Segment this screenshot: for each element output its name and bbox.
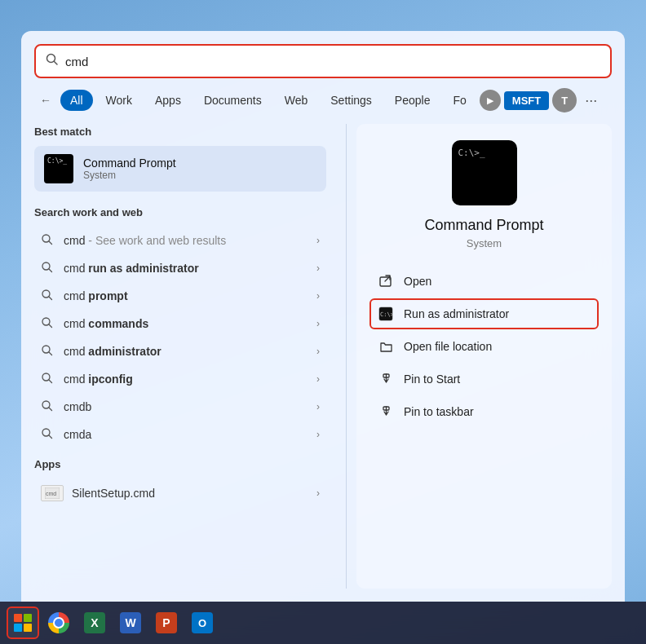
chevron-icon: › xyxy=(316,487,320,499)
chevron-icon: › xyxy=(316,318,320,329)
taskbar-chrome-icon[interactable] xyxy=(42,607,75,639)
start-button[interactable] xyxy=(7,607,39,639)
search-value: cmd xyxy=(65,55,600,68)
list-item[interactable]: cmd ipconfig › xyxy=(34,365,326,393)
chevron-icon: › xyxy=(316,346,320,357)
main-content: Best match C:\>_ Command Prompt System S… xyxy=(34,124,612,589)
apps-item-name: SilentSetup.cmd xyxy=(72,487,308,500)
search-list-icon xyxy=(41,316,55,331)
best-match-name: Command Prompt xyxy=(83,157,176,170)
chevron-icon: › xyxy=(316,429,320,440)
tab-all[interactable]: All xyxy=(60,90,93,111)
apps-item[interactable]: cmd SilentSetup.cmd › xyxy=(34,479,326,508)
excel-app-icon: X xyxy=(84,612,105,633)
action-pin-to-start-label: Pin to Start xyxy=(404,373,460,386)
right-app-name: Command Prompt xyxy=(369,217,599,234)
tab-user-t[interactable]: T xyxy=(552,88,577,112)
right-app-icon: C:\>_ xyxy=(452,140,517,205)
powerpoint-app-icon: P xyxy=(156,612,177,633)
search-list-icon xyxy=(41,344,55,359)
search-list-icon xyxy=(41,427,55,442)
taskbar-outlook-icon[interactable]: O xyxy=(186,607,219,639)
best-match-item[interactable]: C:\>_ Command Prompt System xyxy=(34,146,326,192)
taskbar-excel-icon[interactable]: X xyxy=(78,607,111,639)
search-list-icon xyxy=(41,233,55,248)
tab-web[interactable]: Web xyxy=(275,90,318,111)
list-text: cmd xyxy=(64,234,85,247)
list-item[interactable]: cmd administrator › xyxy=(34,337,326,365)
svg-text:C:\>_: C:\>_ xyxy=(380,311,393,318)
action-open-label: Open xyxy=(404,275,431,288)
chevron-icon: › xyxy=(316,235,320,246)
pin-to-taskbar-icon xyxy=(378,404,394,420)
list-text: cmda xyxy=(64,428,308,441)
action-pin-to-taskbar-label: Pin to taskbar xyxy=(404,405,474,418)
list-text-suffix: - See work and web results xyxy=(85,234,226,247)
list-bold-text: administrator xyxy=(88,345,161,358)
action-pin-to-taskbar[interactable]: Pin to taskbar xyxy=(369,396,599,427)
search-list-icon xyxy=(41,261,55,276)
best-match-type: System xyxy=(83,170,176,181)
chevron-icon: › xyxy=(316,262,320,274)
open-file-location-icon xyxy=(378,338,394,355)
chevron-icon: › xyxy=(316,290,320,302)
search-work-web-label: Search work and web xyxy=(34,205,326,220)
tab-documents[interactable]: Documents xyxy=(194,90,272,111)
left-panel: Best match C:\>_ Command Prompt System S… xyxy=(34,124,336,589)
taskbar-word-icon[interactable]: W xyxy=(114,607,147,639)
list-item[interactable]: cmda › xyxy=(34,421,326,448)
action-open-file-location[interactable]: Open file location xyxy=(369,331,599,362)
action-pin-to-start[interactable]: Pin to Start xyxy=(369,364,599,395)
svg-text:cmd: cmd xyxy=(46,491,56,496)
search-box[interactable]: cmd xyxy=(34,44,612,78)
action-list: Open C:\>_ Run as administrator Open fil… xyxy=(369,266,599,427)
more-tabs-button[interactable]: ▶ xyxy=(480,90,501,111)
svg-line-5 xyxy=(49,269,52,272)
tab-work[interactable]: Work xyxy=(96,90,142,111)
action-run-as-admin[interactable]: C:\>_ Run as administrator xyxy=(369,298,599,329)
tab-apps[interactable]: Apps xyxy=(145,90,191,111)
list-bold-text: commands xyxy=(88,317,148,330)
pin-to-start-icon xyxy=(378,371,394,387)
tab-overflow-menu[interactable]: ··· xyxy=(580,92,602,109)
search-panel: cmd ← All Work Apps Documents Web Settin… xyxy=(21,31,625,602)
search-icon xyxy=(46,53,59,69)
word-app-icon: W xyxy=(120,612,141,633)
search-list-icon xyxy=(41,372,55,386)
panel-divider xyxy=(346,124,347,589)
tab-settings[interactable]: Settings xyxy=(321,90,382,111)
list-bold-text: ipconfig xyxy=(88,373,132,386)
back-button[interactable]: ← xyxy=(34,89,57,112)
svg-line-15 xyxy=(49,408,52,411)
tab-msft[interactable]: MSFT xyxy=(504,91,549,110)
list-item[interactable]: cmd commands › xyxy=(34,310,326,337)
taskbar-powerpoint-icon[interactable]: P xyxy=(150,607,183,639)
action-open-file-location-label: Open file location xyxy=(404,340,492,353)
run-as-admin-icon: C:\>_ xyxy=(378,306,394,322)
svg-line-7 xyxy=(49,297,52,300)
svg-line-9 xyxy=(49,324,52,328)
list-text: cmdb xyxy=(64,400,308,413)
chevron-icon: › xyxy=(316,401,320,412)
action-open[interactable]: Open xyxy=(369,266,599,297)
list-item[interactable]: cmd prompt › xyxy=(34,282,326,310)
silentsetup-icon: cmd xyxy=(41,485,64,501)
right-panel: C:\>_ Command Prompt System Open xyxy=(356,124,612,589)
tab-fo[interactable]: Fo xyxy=(443,90,476,111)
svg-line-13 xyxy=(49,380,52,383)
open-icon xyxy=(378,273,394,289)
tab-people[interactable]: People xyxy=(385,90,440,111)
list-item[interactable]: cmd - See work and web results › xyxy=(34,227,326,254)
taskbar: X W P O xyxy=(0,602,646,644)
windows-logo-icon xyxy=(14,614,32,632)
list-item[interactable]: cmdb › xyxy=(34,393,326,421)
svg-line-1 xyxy=(55,62,58,65)
filter-tabs: ← All Work Apps Documents Web Settings P… xyxy=(34,88,612,112)
search-list-icon xyxy=(41,399,55,414)
cmd-app-icon: C:\>_ xyxy=(44,154,73,183)
apps-section-label: Apps xyxy=(34,457,326,472)
chevron-icon: › xyxy=(316,373,320,385)
list-item[interactable]: cmd run as administrator › xyxy=(34,254,326,282)
chrome-browser-icon xyxy=(48,612,69,633)
outlook-app-icon: O xyxy=(192,612,213,633)
